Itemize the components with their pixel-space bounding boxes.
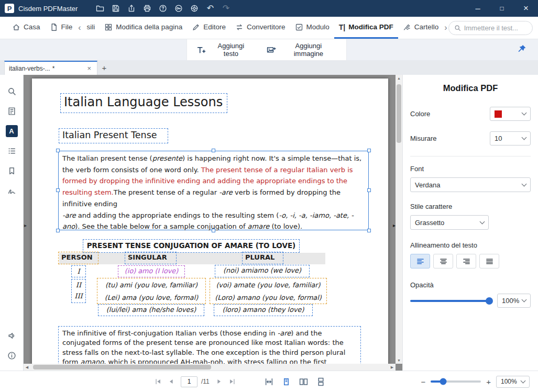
selected-textbox[interactable]: The Italian present tense (presente) is … (58, 151, 369, 230)
nav-page-edit[interactable]: Modifica della pagina (100, 17, 187, 39)
zoom-slider[interactable] (431, 380, 481, 383)
first-page-button[interactable] (155, 378, 162, 385)
scroll-left-icon[interactable]: ◀ (24, 364, 30, 371)
continuous-scroll-button[interactable] (316, 377, 325, 386)
loro-cell[interactable]: (loro) amano (they love) (214, 304, 313, 316)
selection-handle[interactable] (367, 149, 371, 152)
zoom-in-button[interactable]: + (486, 378, 491, 386)
convert-icon (235, 23, 244, 31)
nav-converter[interactable]: Convertitore (230, 17, 290, 39)
next-page-button[interactable] (215, 378, 223, 385)
print-button[interactable] (139, 0, 155, 17)
pdf-page[interactable]: Italian Language Lessons Italian Present… (32, 79, 388, 371)
sidebar-collapse-handle[interactable]: ▸ (24, 222, 27, 228)
nav-sign[interactable]: Cartello (398, 17, 444, 39)
pin-toolbar-button[interactable] (517, 44, 526, 55)
ribbon-search[interactable] (448, 21, 533, 35)
fit-width-button[interactable] (265, 377, 273, 386)
table-title-textbox[interactable]: PRESENT TENSE CONJUGATION OF AMARE (TO L… (83, 239, 300, 253)
selection-handle[interactable] (56, 188, 60, 192)
person-i-cell[interactable]: I (71, 265, 86, 277)
align-center-button[interactable] (433, 254, 453, 268)
document-tab[interactable]: italian-verbs-... * × (4, 61, 97, 75)
zoom-slider-knob[interactable] (440, 378, 447, 385)
sidebar-signature-button[interactable] (4, 181, 19, 200)
vertical-scroll-thumb[interactable] (397, 84, 401, 143)
tab-close-icon[interactable]: × (85, 64, 93, 72)
maximize-button[interactable]: □ (490, 0, 514, 17)
person-header-cell[interactable]: PERSON (58, 252, 98, 264)
plural-header-cell[interactable]: PLURAL (242, 252, 283, 264)
add-text-button[interactable]: Aggiungi testo (196, 42, 252, 58)
export-button[interactable] (124, 0, 139, 17)
style-dropdown[interactable]: Grassetto (410, 215, 489, 230)
account-button[interactable] (171, 0, 186, 17)
color-dropdown[interactable] (490, 107, 531, 121)
nav-edit-pdf[interactable]: T| Modifica PDF (334, 17, 398, 39)
sidebar-search-button[interactable] (4, 81, 19, 101)
horizontal-scrollbar[interactable]: ◀ ▶ (24, 364, 396, 371)
selection-handle[interactable] (367, 188, 371, 192)
scroll-down-icon[interactable]: ▼ (396, 357, 402, 364)
selection-handle[interactable] (212, 149, 215, 152)
sidebar-thumbnails-button[interactable] (4, 101, 19, 121)
ribbon-search-input[interactable] (464, 24, 527, 32)
selection-handle[interactable] (56, 149, 60, 152)
nav-casa[interactable]: Casa (7, 17, 45, 39)
sidebar-outline-button[interactable] (4, 141, 19, 161)
close-button[interactable]: × (514, 0, 538, 17)
ribbon-scroll-right[interactable]: › (443, 17, 448, 39)
open-file-button[interactable] (92, 0, 108, 17)
new-tab-button[interactable]: + (97, 61, 111, 75)
nav-module[interactable]: Modulo (290, 17, 334, 39)
person-ii-iii-cell[interactable]: II III (71, 279, 86, 303)
opacity-dropdown[interactable]: 100% (497, 294, 531, 308)
nav-editor[interactable]: Editore (187, 17, 230, 39)
sidebar-info-button[interactable] (4, 345, 19, 365)
last-page-button[interactable] (228, 378, 236, 385)
selection-handle[interactable] (367, 229, 371, 232)
vertical-scrollbar[interactable]: ▲ ▼ (396, 75, 402, 364)
doc-title-textbox[interactable]: Italian Language Lessons (60, 93, 227, 113)
singular-header-cell[interactable]: SINGULAR (125, 252, 177, 264)
align-left-button[interactable] (410, 254, 430, 268)
selection-handle[interactable] (56, 229, 60, 232)
horizontal-scroll-thumb[interactable] (33, 365, 211, 369)
panel-collapse-handle[interactable]: ▸ (393, 222, 396, 228)
zoom-out-button[interactable]: − (421, 378, 425, 386)
redo-button[interactable]: ↷ (218, 0, 234, 17)
previous-page-button[interactable] (168, 378, 175, 385)
io-amo-cell[interactable]: (io) amo (I love) (118, 265, 185, 277)
luilei-cell[interactable]: (lui/lei) ama (he/she loves) (98, 304, 204, 316)
sidebar-annotations-button[interactable]: A (4, 121, 19, 141)
nav-file[interactable]: File (45, 17, 78, 39)
ribbon-scroll-left[interactable]: ‹ (77, 17, 82, 39)
page-number-input[interactable] (181, 376, 197, 387)
save-button[interactable] (108, 0, 124, 17)
noi-amiamo-cell[interactable]: (noi) amiamo (we love) (215, 265, 310, 277)
scroll-right-icon[interactable]: ▶ (389, 364, 396, 371)
undo-button[interactable]: ↶ (202, 0, 218, 17)
sidebar-bookmarks-button[interactable] (4, 161, 19, 181)
opacity-slider[interactable] (410, 300, 492, 302)
size-dropdown[interactable]: 10 (490, 131, 531, 145)
font-dropdown[interactable]: Verdana (410, 177, 531, 192)
help-button[interactable] (155, 0, 171, 17)
add-image-button[interactable]: Aggiungi immagine (267, 42, 337, 58)
align-right-button[interactable] (456, 254, 476, 268)
settings-button[interactable] (186, 0, 202, 17)
align-justify-button[interactable] (479, 254, 499, 268)
zoom-dropdown[interactable]: 100% (496, 376, 530, 388)
singular-rows-cell[interactable]: (tu) ami (you love, familiar) (Lei) ama … (97, 278, 206, 304)
document-canvas[interactable]: Italian Language Lessons Italian Present… (24, 75, 402, 371)
minimize-button[interactable]: ─ (466, 0, 490, 17)
opacity-slider-knob[interactable] (486, 297, 493, 305)
scroll-up-icon[interactable]: ▲ (396, 75, 402, 82)
selection-handle[interactable] (212, 229, 215, 232)
nav-overflow-item[interactable]: sili (82, 17, 100, 39)
plural-rows-cell[interactable]: (voi) amate (you love, familiar) (Loro) … (210, 278, 327, 304)
single-page-button[interactable] (282, 377, 291, 386)
facing-pages-button[interactable] (299, 377, 308, 386)
sidebar-read-aloud-button[interactable] (4, 326, 19, 345)
doc-heading-textbox[interactable]: Italian Present Tense (59, 128, 168, 143)
